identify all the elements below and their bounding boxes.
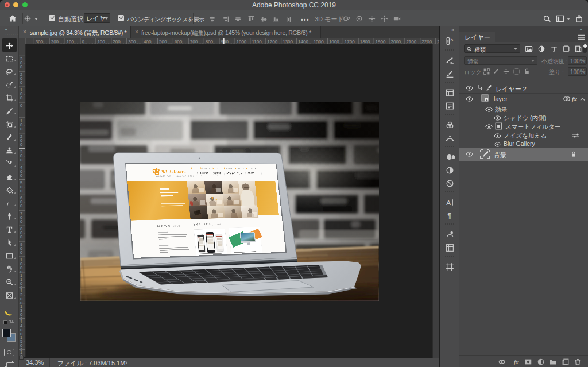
svg-text:200: 200	[113, 39, 121, 44]
svg-text:300: 300	[128, 39, 136, 44]
svg-text:0: 0	[82, 39, 85, 44]
svg-text:400: 400	[144, 39, 152, 44]
svg-text:700: 700	[190, 39, 198, 44]
svg-text:5: 5	[450, 36, 453, 42]
svg-text:0: 0	[20, 219, 22, 224]
svg-text:300: 300	[36, 39, 44, 44]
svg-text:0: 0	[20, 188, 22, 194]
svg-text:0: 0	[20, 64, 22, 69]
svg-text:0: 0	[20, 157, 22, 163]
svg-text:100: 100	[67, 39, 75, 44]
svg-text:¶: ¶	[447, 211, 451, 220]
svg-text:fx: fx	[514, 359, 519, 365]
svg-text:800: 800	[206, 39, 214, 44]
svg-text:A: A	[446, 198, 451, 206]
svg-text:500: 500	[159, 39, 167, 44]
svg-text:0: 0	[20, 142, 22, 147]
svg-text:0: 0	[20, 80, 22, 85]
svg-text:0: 0	[20, 173, 22, 178]
svg-text:900: 900	[221, 39, 229, 44]
svg-text:fx: fx	[572, 96, 577, 102]
svg-text:0: 0	[20, 250, 22, 255]
svg-text:200: 200	[51, 39, 59, 44]
svg-text:0: 0	[20, 234, 22, 239]
svg-text:0: 0	[20, 126, 22, 132]
svg-text:0: 0	[20, 103, 22, 108]
svg-text:100: 100	[97, 39, 105, 44]
svg-text:600: 600	[175, 39, 183, 44]
svg-text:0: 0	[20, 95, 22, 101]
svg-text:0: 0	[20, 203, 22, 208]
